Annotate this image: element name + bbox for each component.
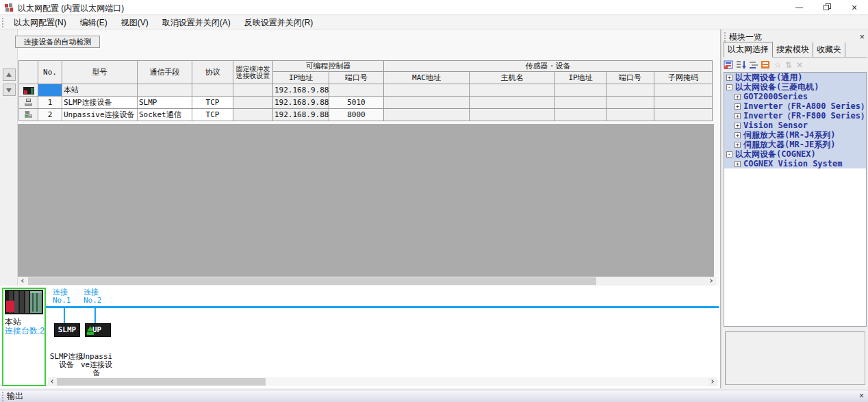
tree-item-ethernet-mitsubishi[interactable]: -以太网设备(三菱电机)	[724, 82, 866, 92]
cell-fixed-buffer[interactable]	[233, 97, 273, 109]
category-view-icon[interactable]	[724, 60, 735, 70]
table-horizontal-scrollbar[interactable]	[18, 277, 716, 286]
tree-item-inverter-frf800[interactable]: +Inverter（FR-F800 Series）	[724, 111, 866, 121]
cell-mac[interactable]	[384, 84, 470, 97]
scrollbar-thumb[interactable]	[57, 378, 266, 386]
scroll-right-button[interactable]	[709, 377, 717, 386]
device-view-icon[interactable]	[761, 60, 771, 70]
cell-fixed-buffer[interactable]	[233, 84, 273, 97]
tree-item-cognex-vision[interactable]: +COGNEX Vision System	[724, 159, 866, 168]
tab-favorites[interactable]: 收藏夹	[813, 42, 845, 57]
expand-icon[interactable]: +	[735, 113, 741, 119]
expand-icon[interactable]: +	[735, 132, 741, 138]
expand-icon[interactable]: +	[735, 142, 741, 148]
host-station-box[interactable]: 本站 连接台数:2	[2, 288, 46, 386]
tab-search-module[interactable]: 搜索模块	[773, 42, 813, 57]
cell-ip[interactable]	[555, 84, 607, 97]
expand-icon[interactable]: +	[726, 75, 732, 81]
auto-detect-button[interactable]: 连接设备的自动检测	[15, 36, 100, 48]
scroll-left-button[interactable]	[48, 377, 57, 386]
cell-model[interactable]: 本站	[62, 84, 138, 97]
expand-icon[interactable]: +	[735, 94, 741, 100]
module-panel-close-icon[interactable]: ×	[859, 32, 865, 42]
cell-mac[interactable]	[384, 97, 470, 109]
tree-item-servo-mrje[interactable]: +伺服放大器(MR-JE系列)	[724, 140, 866, 149]
cell-method[interactable]: SLMP	[138, 97, 192, 109]
scrollbar-thumb[interactable]	[28, 277, 596, 285]
tree-item-ethernet-cognex[interactable]: -以太网设备(COGNEX)	[724, 149, 866, 159]
menu-ethernet-config[interactable]: 以太网配置(N)	[7, 16, 73, 29]
cell-host[interactable]	[470, 97, 555, 109]
scroll-left-button[interactable]	[18, 277, 27, 286]
cell-protocol[interactable]: TCP	[192, 109, 233, 121]
cell-method[interactable]: Socket通信	[138, 109, 192, 121]
collapse-icon[interactable]: -	[726, 84, 732, 90]
cell-ip[interactable]	[555, 97, 607, 109]
expand-icon[interactable]: +	[735, 103, 741, 110]
col-header-host: 主机名	[470, 72, 555, 84]
connection-2-line	[94, 308, 96, 323]
tree-item-servo-mrj4[interactable]: +伺服放大器(MR-J4系列)	[724, 130, 866, 140]
module-detail-box	[725, 331, 865, 385]
cell-ip[interactable]	[555, 109, 607, 121]
cell-plc-port[interactable]: 8000	[329, 109, 384, 121]
cell-host[interactable]	[470, 109, 555, 121]
cell-plc-port[interactable]: 5010	[329, 97, 384, 109]
cell-subnet[interactable]	[654, 97, 713, 109]
restore-button[interactable]	[813, 0, 841, 15]
menu-apply-and-close[interactable]: 反映设置并关闭(R)	[238, 16, 320, 29]
row-move-up-button[interactable]	[3, 68, 16, 81]
cell-protocol[interactable]: TCP	[192, 97, 233, 109]
favorite-move-icon[interactable]: ⇅	[784, 60, 793, 70]
minimize-button[interactable]	[786, 0, 813, 15]
cell-plc-ip[interactable]: 192.168.9.88	[273, 84, 329, 97]
collapse-icon[interactable]: -	[726, 151, 732, 158]
row-move-down-button[interactable]	[3, 84, 16, 96]
module-panel-tabs: 以太网选择 搜索模块 收藏夹	[724, 44, 867, 58]
cell-fixed-buffer[interactable]	[233, 109, 273, 121]
cell-host[interactable]	[470, 84, 555, 97]
col-header-no: No.	[38, 61, 62, 84]
menu-view[interactable]: 视图(V)	[114, 16, 155, 29]
cell-port[interactable]	[607, 109, 654, 121]
output-close-icon[interactable]: ×	[859, 391, 864, 401]
cell-port[interactable]	[607, 84, 654, 97]
scroll-right-button[interactable]	[707, 277, 716, 286]
menu-edit[interactable]: 编辑(E)	[73, 16, 114, 29]
cell-plc-port[interactable]	[329, 84, 384, 97]
device-2-chip[interactable]: UP	[85, 323, 111, 337]
cell-method[interactable]	[138, 84, 192, 97]
tab-ethernet-selection[interactable]: 以太网选择	[724, 42, 773, 58]
connection-1-line	[64, 308, 65, 323]
module-panel-title: 模块一览	[729, 32, 762, 43]
cell-no[interactable]	[38, 84, 62, 97]
cell-model[interactable]: SLMP连接设备	[62, 97, 138, 109]
favorite-add-icon[interactable]: ☆	[773, 60, 782, 70]
connection-1-label: 连接No.1	[53, 288, 71, 305]
cell-mac[interactable]	[384, 109, 470, 121]
sort-name-icon[interactable]	[736, 60, 747, 70]
device-1-chip[interactable]: SLMP	[54, 323, 80, 337]
expand-icon[interactable]: +	[735, 123, 741, 129]
collapse-all-icon[interactable]	[748, 60, 759, 70]
favorite-delete-icon[interactable]: ✕	[795, 60, 804, 70]
cell-no[interactable]: 1	[38, 97, 62, 109]
close-button[interactable]: ×	[841, 0, 868, 15]
cell-no[interactable]: 2	[38, 109, 62, 121]
device-2-name: Unpassive连接设备	[80, 353, 113, 377]
tree-item-got2000[interactable]: +GOT2000Series	[724, 92, 866, 101]
cell-model[interactable]: Unpassive连接设备	[62, 109, 138, 121]
cell-subnet[interactable]	[654, 84, 713, 97]
cell-subnet[interactable]	[654, 109, 713, 121]
expand-icon[interactable]: +	[735, 161, 741, 167]
menu-cancel-and-close[interactable]: 取消设置并关闭(A)	[155, 16, 238, 29]
cell-port[interactable]	[607, 97, 654, 109]
tree-item-inverter-fra800[interactable]: +Inverter（FR-A800 Series）	[724, 101, 866, 111]
chevron-right-icon	[709, 279, 713, 283]
cell-plc-ip[interactable]: 192.168.9.88	[273, 109, 329, 121]
cell-plc-ip[interactable]: 192.168.9.88	[273, 97, 329, 109]
tree-item-ethernet-generic[interactable]: +以太网设备(通用)	[724, 73, 866, 82]
cell-protocol[interactable]	[192, 84, 233, 97]
tree-item-vision-sensor[interactable]: +Vision Sensor	[724, 121, 866, 130]
diagram-horizontal-scrollbar[interactable]	[48, 377, 717, 386]
